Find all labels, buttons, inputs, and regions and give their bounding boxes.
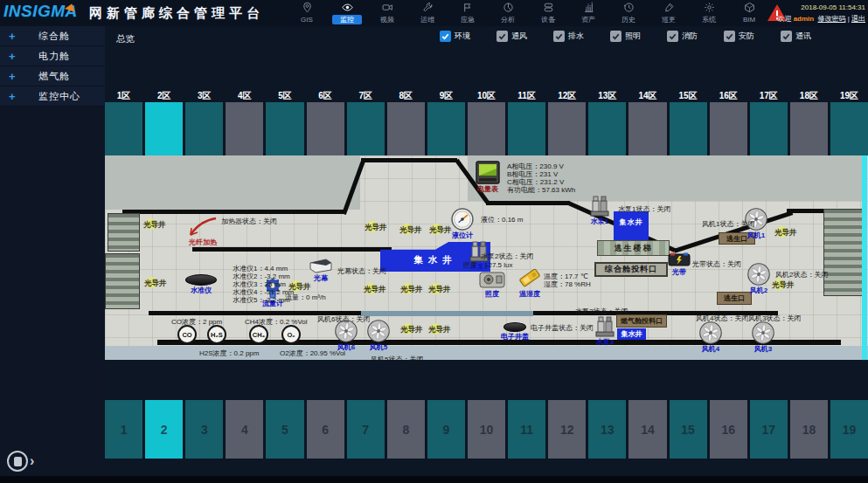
- zone-tab-12[interactable]: 12区: [548, 90, 586, 102]
- zone-tab-13[interactable]: 13区: [588, 90, 626, 102]
- gas-o2[interactable]: O₂: [281, 325, 301, 344]
- zone-tab-2[interactable]: 2区: [145, 90, 183, 102]
- zone-tab-17[interactable]: 17区: [750, 90, 788, 102]
- zone-bar-bottom-12[interactable]: 12: [548, 400, 586, 459]
- zone-tab-3[interactable]: 3区: [185, 90, 223, 102]
- zone-bar-bottom-8[interactable]: 8: [387, 400, 425, 459]
- sidebar-collapse-button[interactable]: ›: [7, 451, 34, 472]
- fan-4[interactable]: 风机4: [699, 321, 722, 344]
- zone-bar-bottom-10[interactable]: 10: [468, 400, 505, 459]
- zone-bar-top-17[interactable]: [750, 102, 788, 155]
- nav-item-ops[interactable]: 运维: [407, 0, 448, 26]
- zone-bar-bottom-9[interactable]: 9: [427, 400, 465, 459]
- zone-bar-bottom-7[interactable]: 7: [347, 400, 385, 459]
- zone-bar-top-11[interactable]: [508, 102, 545, 155]
- gas-ch4[interactable]: CH₄: [249, 325, 268, 344]
- electric-cover[interactable]: 电子井盖: [503, 322, 526, 332]
- zone-bar-top-14[interactable]: [628, 102, 666, 155]
- fan-5[interactable]: 风机5: [367, 320, 390, 342]
- zone-tab-19[interactable]: 19区: [830, 90, 868, 102]
- level-meter[interactable]: 水准仪: [185, 274, 217, 286]
- zone-tab-16[interactable]: 16区: [710, 90, 747, 102]
- zone-bar-bottom-6[interactable]: 6: [307, 400, 344, 459]
- zone-bar-bottom-18[interactable]: 18: [790, 400, 828, 459]
- pump-3[interactable]: 水泵3: [595, 315, 615, 337]
- zone-bar-top-5[interactable]: [266, 102, 303, 155]
- zone-tab-5[interactable]: 5区: [266, 90, 303, 102]
- zone-tab-10[interactable]: 10区: [468, 90, 505, 102]
- overview-tab[interactable]: 总览: [116, 33, 135, 45]
- zone-bar-bottom-2[interactable]: 2: [145, 400, 183, 459]
- zone-tab-9[interactable]: 9区: [427, 90, 465, 102]
- zone-bar-top-15[interactable]: [670, 102, 707, 155]
- nav-item-system[interactable]: 系统: [689, 0, 729, 26]
- zone-tab-18[interactable]: 18区: [790, 90, 828, 102]
- nav-item-patrol[interactable]: 巡更: [649, 0, 689, 26]
- zone-bar-bottom-19[interactable]: 19: [830, 400, 868, 459]
- light-curtain[interactable]: 光幕: [309, 258, 333, 273]
- sidebar-item-2[interactable]: +电力舱: [0, 46, 105, 66]
- power-meter[interactable]: 电量表: [476, 161, 500, 184]
- sidebar-item-4[interactable]: +监控中心: [0, 86, 105, 107]
- level-gauge[interactable]: 液位计: [451, 208, 474, 231]
- zone-tab-8[interactable]: 8区: [387, 90, 425, 102]
- fiber-heater[interactable]: 光纤加热: [188, 217, 218, 238]
- zone-bar-top-9[interactable]: [427, 102, 465, 155]
- zone-bar-bottom-4[interactable]: 4: [226, 400, 263, 459]
- nav-item-monitor[interactable]: 监控: [327, 0, 367, 26]
- temp-humidity[interactable]: 温湿度: [517, 266, 542, 289]
- zone-bar-top-6[interactable]: [307, 102, 344, 155]
- zone-bar-bottom-15[interactable]: 15: [670, 400, 707, 459]
- nav-item-device[interactable]: 设备: [528, 0, 568, 26]
- zone-bar-bottom-16[interactable]: 16: [710, 400, 747, 459]
- zone-tab-1[interactable]: 1区: [105, 90, 142, 102]
- zone-tab-6[interactable]: 6区: [307, 90, 344, 102]
- zone-bar-bottom-17[interactable]: 17: [750, 400, 788, 459]
- nav-item-analysis[interactable]: 分析: [488, 0, 528, 26]
- filter-checkbox-4[interactable]: 照明: [610, 31, 641, 42]
- light-belt[interactable]: 光带: [668, 252, 691, 267]
- zone-tab-4[interactable]: 4区: [226, 90, 263, 102]
- zone-bar-bottom-11[interactable]: 11: [508, 400, 545, 459]
- zone-bar-top-18[interactable]: [790, 102, 828, 155]
- zone-bar-bottom-3[interactable]: 3: [185, 400, 223, 459]
- zone-bar-top-1[interactable]: [105, 102, 142, 155]
- zone-bar-top-2[interactable]: [145, 102, 183, 155]
- fan-2[interactable]: 风机2: [747, 263, 770, 286]
- zone-bar-top-10[interactable]: [468, 102, 505, 155]
- zone-bar-top-12[interactable]: [548, 102, 586, 155]
- zone-bar-top-19[interactable]: [830, 102, 868, 155]
- filter-checkbox-1[interactable]: 环境: [440, 31, 470, 42]
- nav-item-emergency[interactable]: 应急: [448, 0, 488, 26]
- zone-bar-bottom-1[interactable]: 1: [105, 400, 142, 459]
- zone-bar-top-4[interactable]: [226, 102, 263, 155]
- zone-bar-bottom-13[interactable]: 13: [588, 400, 626, 459]
- lux-sensor[interactable]: 照度: [479, 270, 505, 289]
- nav-item-bim[interactable]: BIM: [729, 0, 769, 26]
- filter-checkbox-7[interactable]: 通讯: [781, 31, 811, 42]
- gas-co[interactable]: CO: [177, 325, 197, 344]
- fan-3[interactable]: 风机3: [752, 321, 774, 344]
- filter-checkbox-2[interactable]: 通风: [496, 31, 527, 42]
- nav-item-asset[interactable]: 资产: [568, 0, 608, 26]
- nav-item-history[interactable]: 历史: [608, 0, 649, 26]
- change-password-link[interactable]: 修改密码: [817, 15, 845, 23]
- zone-bar-top-16[interactable]: [710, 102, 747, 155]
- gas-h2s[interactable]: H₂S: [207, 325, 226, 344]
- filter-checkbox-5[interactable]: 消防: [667, 31, 698, 42]
- zone-tab-7[interactable]: 7区: [347, 90, 385, 102]
- zone-tab-14[interactable]: 14区: [628, 90, 666, 102]
- zone-tab-11[interactable]: 11区: [508, 90, 545, 102]
- zone-bar-bottom-14[interactable]: 14: [628, 400, 666, 459]
- zone-bar-top-7[interactable]: [347, 102, 385, 155]
- nav-item-gis[interactable]: GIS: [287, 0, 327, 26]
- nav-item-video[interactable]: 视频: [367, 0, 407, 26]
- sidebar-item-1[interactable]: +综合舱: [0, 26, 105, 46]
- filter-checkbox-3[interactable]: 排水: [553, 31, 584, 42]
- filter-checkbox-6[interactable]: 安防: [724, 31, 754, 42]
- logout-link[interactable]: 退出: [851, 15, 865, 23]
- zone-bar-top-13[interactable]: [588, 102, 626, 155]
- zone-bar-top-3[interactable]: [185, 102, 223, 155]
- sidebar-item-3[interactable]: +燃气舱: [0, 66, 105, 86]
- zone-bar-bottom-5[interactable]: 5: [266, 400, 303, 459]
